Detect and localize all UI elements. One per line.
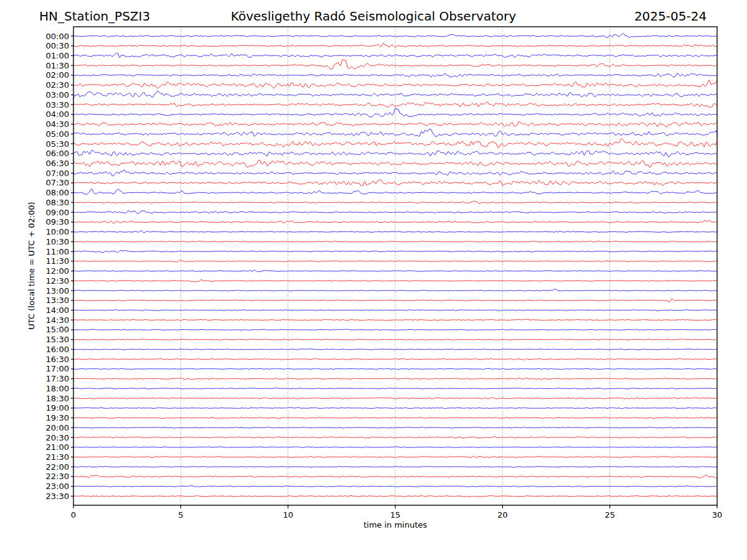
row-time-label-06:30: 06:30 [46, 159, 69, 168]
row-time-label-08:00: 08:00 [46, 188, 69, 197]
row-time-label-04:30: 04:30 [46, 119, 69, 129]
seismogram-trace-11:30 [73, 260, 717, 262]
seismogram-trace-16:00 [73, 348, 717, 350]
seismogram-trace-23:30 [73, 496, 717, 497]
x-tick-label-15: 15 [390, 510, 401, 520]
seismogram-trace-16:30 [73, 358, 717, 360]
seismogram-trace-11:00 [73, 250, 717, 253]
row-time-label-18:30: 18:30 [46, 394, 69, 403]
seismogram-trace-17:00 [73, 368, 717, 370]
row-time-label-01:30: 01:30 [46, 61, 69, 70]
row-time-label-04:00: 04:00 [46, 110, 69, 119]
row-time-label-16:00: 16:00 [46, 345, 69, 354]
row-time-label-03:00: 03:00 [46, 90, 69, 100]
row-time-label-10:00: 10:00 [46, 227, 69, 236]
x-tick-label-30: 30 [712, 510, 723, 520]
row-time-label-11:30: 11:30 [46, 256, 69, 266]
seismogram-trace-07:30 [73, 180, 717, 186]
seismogram-trace-19:30 [73, 418, 717, 419]
row-time-label-19:30: 19:30 [46, 413, 69, 422]
row-time-label-22:00: 22:00 [46, 462, 69, 472]
row-time-label-23:30: 23:30 [46, 492, 69, 501]
seismogram-trace-18:30 [73, 398, 717, 399]
seismogram-trace-22:30 [73, 475, 717, 478]
seismogram-trace-04:30 [73, 122, 717, 127]
seismogram-trace-18:00 [73, 388, 717, 389]
row-time-label-05:30: 05:30 [46, 139, 69, 149]
row-time-label-19:00: 19:00 [46, 403, 69, 413]
row-time-label-21:30: 21:30 [46, 452, 69, 462]
row-time-label-07:30: 07:30 [46, 178, 69, 187]
seismogram-trace-06:00 [73, 150, 717, 157]
row-time-label-22:30: 22:30 [46, 472, 69, 481]
y-axis-label: UTC (local time = UTC + 02:00) [27, 202, 36, 329]
row-time-label-09:00: 09:00 [46, 208, 69, 217]
seismogram-trace-22:00 [73, 467, 717, 468]
x-tick-label-10: 10 [283, 510, 293, 520]
row-time-label-20:30: 20:30 [46, 433, 69, 442]
row-time-label-23:00: 23:00 [46, 482, 69, 491]
row-time-label-02:00: 02:00 [46, 70, 69, 80]
row-time-label-18:00: 18:00 [46, 384, 69, 393]
seismogram-trace-17:30 [73, 378, 717, 380]
x-tick-label-0: 0 [71, 510, 76, 520]
seismogram-trace-04:00 [73, 108, 717, 117]
row-time-label-08:30: 08:30 [46, 198, 69, 207]
row-time-label-17:30: 17:30 [46, 374, 69, 383]
row-time-label-12:00: 12:00 [46, 266, 69, 276]
row-time-label-03:30: 03:30 [46, 100, 69, 110]
x-tick-label-25: 25 [604, 510, 615, 520]
x-tick-label-20: 20 [497, 510, 508, 520]
helicorder-plot: 05101520253000:0000:3001:0001:3002:0002:… [0, 0, 747, 560]
seismogram-trace-02:30 [73, 80, 717, 88]
row-time-label-20:00: 20:00 [46, 423, 69, 432]
row-time-label-12:30: 12:30 [46, 276, 69, 286]
row-time-label-13:30: 13:30 [46, 296, 69, 305]
row-time-label-06:00: 06:00 [46, 149, 69, 158]
seismogram-trace-21:00 [73, 447, 717, 448]
row-time-label-09:30: 09:30 [46, 217, 69, 226]
seismogram-trace-15:30 [73, 339, 717, 340]
row-time-label-16:30: 16:30 [46, 355, 69, 364]
row-time-label-00:00: 00:00 [46, 32, 69, 41]
x-axis-label: time in minutes [364, 520, 427, 530]
row-time-label-15:30: 15:30 [46, 335, 69, 344]
row-time-label-00:30: 00:30 [46, 41, 69, 50]
row-time-label-07:00: 07:00 [46, 169, 69, 178]
row-time-label-14:30: 14:30 [46, 315, 69, 325]
row-time-label-01:00: 01:00 [46, 51, 69, 60]
row-time-label-10:30: 10:30 [46, 237, 69, 246]
row-time-label-14:00: 14:00 [46, 306, 69, 315]
row-time-label-05:00: 05:00 [46, 129, 69, 139]
row-time-label-11:00: 11:00 [46, 247, 69, 256]
x-tick-label-5: 5 [178, 510, 183, 520]
seismogram-trace-03:30 [73, 102, 717, 108]
row-time-label-02:30: 02:30 [46, 80, 69, 90]
row-time-label-15:00: 15:00 [46, 325, 69, 334]
row-time-label-17:00: 17:00 [46, 364, 69, 373]
row-time-label-13:00: 13:00 [46, 286, 69, 296]
seismogram-trace-08:00 [73, 189, 717, 195]
helicorder-page: HN_Station_PSZI3 Kövesligethy Radó Seism… [0, 0, 747, 560]
row-time-label-21:00: 21:00 [46, 442, 69, 452]
seismogram-trace-14:00 [73, 310, 717, 311]
seismogram-trace-05:30 [73, 139, 717, 148]
seismogram-trace-13:30 [73, 299, 717, 302]
